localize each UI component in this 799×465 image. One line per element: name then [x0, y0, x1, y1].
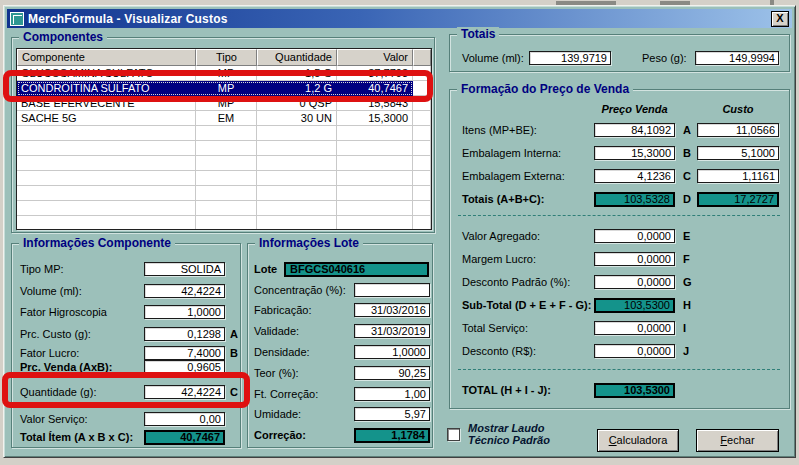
- dashed-separator: [458, 369, 780, 370]
- column-header-valor[interactable]: Valor: [337, 49, 413, 66]
- info-comp-field[interactable]: 1,0000: [144, 305, 225, 319]
- column-header-quantidade[interactable]: Quantidade: [257, 49, 337, 66]
- info-comp-label: Valor Serviço:: [20, 413, 88, 426]
- column-header-componente[interactable]: Componente: [17, 49, 196, 66]
- info-comp-label: Tipo MP:: [20, 263, 64, 276]
- info-lote-field[interactable]: 90,25: [354, 366, 430, 380]
- info-comp-label: Volume (ml):: [20, 285, 82, 298]
- info-comp-field[interactable]: 42,4224: [144, 284, 225, 298]
- table-row-empty[interactable]: [17, 186, 431, 201]
- formacao-label: Embalagem Interna:: [462, 147, 561, 160]
- table-row-empty[interactable]: [17, 216, 431, 230]
- group-totais: Totais Volume (ml): 139,9719 Peso (g): 1…: [449, 34, 790, 72]
- col-header-preco-venda: Preço Venda: [594, 103, 675, 116]
- column-header-tipo[interactable]: Tipo: [196, 49, 257, 66]
- group-info-lote-title: Informações Lote: [255, 236, 363, 250]
- table-row-empty[interactable]: [17, 201, 431, 216]
- screen: MerchFórmula - Visualizar Custos X Compo…: [0, 0, 799, 465]
- table-row-empty[interactable]: [17, 126, 431, 141]
- cell-quantidade: 0 QSP: [257, 96, 337, 111]
- info-comp-label: Quantidade (g):: [20, 386, 96, 399]
- mostrar-laudo-checkbox[interactable]: [447, 428, 460, 441]
- formacao-custo-field[interactable]: 5,1000: [697, 146, 779, 160]
- group-componentes: Componentes ComponenteTipoQuantidadeValo…: [11, 37, 435, 233]
- group-info-componente: Informações Componente Tipo MP:SOLIDAVol…: [11, 243, 241, 448]
- cell-quantidade: 30 UN: [257, 111, 337, 126]
- info-lote-field[interactable]: [354, 283, 430, 297]
- cell-valor: 15,3000: [337, 111, 413, 126]
- row-letter: A: [683, 123, 691, 137]
- row-letter: G: [683, 275, 692, 289]
- info-lote-label: Validade:: [254, 325, 299, 338]
- formacao-label: Desconto Padrão (%):: [462, 276, 570, 289]
- info-comp-label: Fator Higroscopia: [20, 306, 107, 319]
- info-lote-label: Teor (%):: [254, 367, 299, 380]
- formacao-venda-field[interactable]: 15,3000: [594, 146, 675, 160]
- table-row-empty[interactable]: [17, 156, 431, 171]
- formacao-label: Total Serviço:: [462, 322, 528, 335]
- cell-valor: 40,7467: [337, 81, 413, 96]
- info-comp-label: Total Ítem (A x B x C):: [20, 431, 133, 444]
- formacao-custo-field[interactable]: 1,1161: [697, 169, 779, 183]
- mostrar-laudo-label: Mostrar Laudo Técnico Padrão: [468, 422, 550, 446]
- info-comp-field[interactable]: 0,00: [144, 412, 225, 426]
- formacao-venda-field[interactable]: 0,0000: [594, 252, 675, 266]
- table-row[interactable]: GLUCOSAMINA SULFATOMP1,5 G37,7793: [17, 66, 431, 81]
- row-letter: C: [230, 385, 238, 399]
- info-comp-field[interactable]: SOLIDA: [144, 262, 225, 276]
- row-letter: H: [683, 298, 691, 312]
- info-comp-field[interactable]: 0,1298: [144, 327, 225, 341]
- formacao-venda-field[interactable]: 103,5328: [594, 192, 675, 207]
- info-comp-label: Prc. Custo (g):: [20, 328, 91, 341]
- info-lote-label: Densidade:: [254, 346, 310, 359]
- group-info-lote: Informações Lote LoteBFGCS040616Concentr…: [247, 243, 433, 448]
- formacao-venda-field[interactable]: 0,0000: [594, 344, 675, 358]
- formacao-custo-field[interactable]: 11,0566: [697, 123, 779, 137]
- peso-field[interactable]: 149,9994: [695, 51, 779, 65]
- info-lote-label: Umidade:: [254, 408, 301, 421]
- volume-field[interactable]: 139,9719: [529, 51, 611, 65]
- table-row-empty[interactable]: [17, 141, 431, 156]
- table-row-empty[interactable]: [17, 171, 431, 186]
- group-info-componente-title: Informações Componente: [19, 236, 175, 250]
- group-totais-title: Totais: [457, 27, 499, 41]
- formacao-venda-field[interactable]: 0,0000: [594, 229, 675, 243]
- cell-componente: GLUCOSAMINA SULFATO: [17, 66, 196, 81]
- fechar-button[interactable]: Fechar: [696, 429, 779, 452]
- info-comp-field[interactable]: 40,7467: [144, 430, 225, 445]
- info-lote-field[interactable]: 31/03/2016: [354, 303, 430, 317]
- volume-label: Volume (ml):: [462, 52, 524, 65]
- info-comp-field[interactable]: 42,4224: [144, 385, 225, 399]
- cell-tipo: MP: [196, 81, 257, 96]
- formacao-venda-field[interactable]: 103,5300: [594, 383, 675, 398]
- formacao-venda-field[interactable]: 0,0000: [594, 275, 675, 289]
- formacao-venda-field[interactable]: 4,1236: [594, 169, 675, 183]
- info-lote-field[interactable]: 5,97: [354, 407, 430, 421]
- app-icon: [10, 12, 24, 26]
- formacao-venda-field[interactable]: 103,5300: [594, 298, 675, 313]
- row-letter: F: [683, 252, 690, 266]
- row-letter: B: [230, 346, 238, 360]
- formacao-venda-field[interactable]: 0,0000: [594, 321, 675, 335]
- info-lote-field[interactable]: 1,00: [354, 387, 430, 401]
- cell-tipo: MP: [196, 66, 257, 81]
- title-bar[interactable]: MerchFórmula - Visualizar Custos X: [7, 9, 792, 28]
- info-comp-field[interactable]: 7,4000: [144, 346, 225, 360]
- close-icon[interactable]: X: [771, 11, 789, 27]
- info-lote-field[interactable]: 1,1784: [354, 428, 430, 443]
- info-comp-label: Prc. Venda (AxB):: [20, 361, 112, 374]
- componentes-table[interactable]: ComponenteTipoQuantidadeValorGLUCOSAMINA…: [16, 48, 432, 230]
- info-lote-field[interactable]: 1,0000: [354, 345, 430, 359]
- info-lote-field[interactable]: 31/03/2019: [354, 324, 430, 338]
- info-lote-label: Concentração (%):: [254, 284, 346, 297]
- formacao-label: TOTAL (H + I - J):: [462, 384, 551, 397]
- formacao-custo-field[interactable]: 17,2727: [697, 192, 779, 207]
- table-row-selected[interactable]: CONDROITINA SULFATOMP1,2 G40,7467: [17, 81, 431, 96]
- formacao-venda-field[interactable]: 84,1092: [594, 123, 675, 137]
- table-row[interactable]: BASE EFERVECENTEMP0 QSP15,5843: [17, 96, 431, 111]
- info-comp-field[interactable]: 0,9605: [144, 360, 225, 374]
- calculadora-button[interactable]: Calculadora: [597, 429, 679, 452]
- formacao-label: Valor Agregado:: [462, 230, 540, 243]
- table-row[interactable]: SACHE 5GEM30 UN15,3000: [17, 111, 431, 126]
- info-lote-field[interactable]: BFGCS040616: [284, 262, 429, 277]
